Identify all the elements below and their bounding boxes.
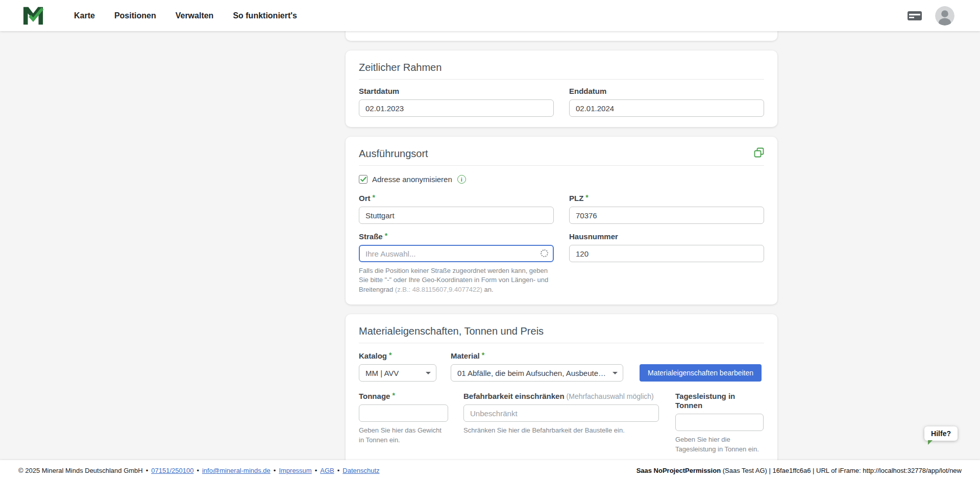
plz-field: PLZ* (569, 194, 764, 224)
card-material: Materialeigenschaften, Tonnen und Preis … (346, 314, 777, 481)
separator: • (315, 467, 317, 474)
anonymize-label: Adresse anonymisieren (372, 175, 452, 184)
ort-label: Ort* (359, 194, 554, 203)
copyright: © 2025 Mineral Minds Deutschland GmbH (18, 467, 143, 474)
footer-left: © 2025 Mineral Minds Deutschland GmbH • … (18, 467, 380, 474)
katalog-field: Katalog* MM | AVV (359, 351, 436, 382)
chevron-down-icon (612, 372, 618, 374)
ort-input[interactable] (359, 207, 554, 224)
strasse-hint: Falls die Position keiner Straße zugeord… (359, 266, 550, 294)
mineral-minds-logo[interactable] (22, 6, 44, 26)
material-select[interactable]: 01 Abfälle, die beim Aufsuchen, Ausbeute… (451, 364, 623, 382)
tonnage-field: Tonnage* Geben Sie hier das Gewicht in T… (359, 392, 448, 445)
material-label: Material* (451, 351, 623, 361)
card-zeitlicher-rahmen: Zeitlicher Rahmen Startdatum Enddatum (346, 50, 777, 127)
section-title-material: Materialeigenschaften, Tonnen und Preis (359, 325, 544, 337)
card-terminal-icon[interactable] (907, 10, 922, 22)
nav-item-positionen[interactable]: Positionen (112, 8, 158, 23)
startdatum-input[interactable] (359, 99, 554, 117)
tagesleistung-field: Tagesleistung in Tonnen Geben Sie hier d… (675, 392, 764, 454)
plz-input[interactable] (569, 207, 764, 224)
hausnummer-field: Hausnummer (569, 232, 764, 294)
separator: • (146, 467, 149, 474)
info-icon[interactable] (457, 175, 466, 184)
footer-session-info: Saas NoProjectPermission (Saas Test AG) … (636, 467, 962, 474)
strasse-field: Straße* Falls die Position keiner Straße… (359, 232, 554, 294)
strasse-label: Straße* (359, 232, 554, 241)
enddatum-field: Enddatum (569, 87, 764, 117)
nav-item-karte[interactable]: Karte (72, 8, 97, 23)
section-title-zeitlicher-rahmen: Zeitlicher Rahmen (359, 61, 442, 73)
plz-label: PLZ* (569, 194, 764, 203)
befahrbarkeit-label: Befahrbarkeit einschränken(Mehrfachauswa… (463, 392, 659, 401)
nav-right (907, 6, 980, 26)
hausnummer-input[interactable] (569, 245, 764, 262)
tonnage-input[interactable] (359, 404, 448, 422)
startdatum-field: Startdatum (359, 87, 554, 117)
katalog-select[interactable]: MM | AVV (359, 364, 436, 382)
materialeigenschaften-bearbeiten-button[interactable]: Materialeigenschaften bearbeiten (640, 364, 762, 382)
avatar[interactable] (935, 6, 954, 26)
befahrbarkeit-field: Befahrbarkeit einschränken(Mehrfachauswa… (463, 392, 659, 435)
strasse-input[interactable] (359, 245, 554, 262)
tagesleistung-hint: Geben Sie hier die Tagesleistung in Tonn… (675, 435, 764, 454)
footer-link-agb[interactable]: AGB (320, 467, 334, 474)
footer-link-phone[interactable]: 07151/250100 (151, 467, 193, 474)
section-title-ausfuehrungsort: Ausführungsort (359, 147, 428, 160)
required-marker: * (373, 193, 375, 201)
required-marker: * (482, 351, 484, 359)
session-name: Saas NoProjectPermission (636, 467, 721, 474)
footer-link-datenschutz[interactable]: Datenschutz (342, 467, 379, 474)
footer-link-impressum[interactable]: Impressum (279, 467, 311, 474)
tagesleistung-label: Tagesleistung in Tonnen (675, 392, 764, 410)
tonnage-hint: Geben Sie hier das Gewicht in Tonnen ein… (359, 426, 448, 445)
separator: • (197, 467, 199, 474)
separator: • (337, 467, 340, 474)
footer-link-email[interactable]: info@mineral-minds.de (202, 467, 271, 474)
footer: © 2025 Mineral Minds Deutschland GmbH • … (0, 460, 980, 481)
loading-spinner-icon (541, 249, 548, 257)
nav-item-so-funktionierts[interactable]: So funktioniert's (231, 8, 299, 23)
startdatum-label: Startdatum (359, 87, 554, 96)
enddatum-label: Enddatum (569, 87, 764, 96)
material-field: Material* 01 Abfälle, die beim Aufsuchen… (451, 351, 623, 382)
required-marker: * (392, 391, 395, 399)
required-marker: * (385, 232, 387, 240)
form-content: Zeitlicher Rahmen Startdatum Enddatum (346, 19, 777, 481)
nav-menu: Karte Positionen Verwalten So funktionie… (72, 8, 299, 23)
tonnage-label: Tonnage* (359, 392, 448, 401)
separator: • (274, 467, 276, 474)
nav-item-verwalten[interactable]: Verwalten (174, 8, 216, 23)
check-icon (360, 176, 366, 182)
required-marker: * (389, 351, 391, 359)
katalog-label: Katalog* (359, 351, 436, 361)
befahrbarkeit-hint: Schränken Sie hier die Befahrbarkeit der… (463, 426, 659, 435)
required-marker: * (585, 193, 588, 201)
top-navbar: Karte Positionen Verwalten So funktionie… (0, 0, 980, 31)
hausnummer-label: Hausnummer (569, 232, 764, 241)
card-ausfuehrungsort: Ausführungsort Adresse anonymisieren (346, 137, 777, 305)
anonymize-row: Adresse anonymisieren (359, 175, 764, 184)
help-button[interactable]: Hilfe? (924, 426, 958, 441)
session-details: (Saas Test AG) | 16fae1ffc6a6 | URL of i… (721, 467, 962, 474)
enddatum-input[interactable] (569, 99, 764, 117)
tagesleistung-input[interactable] (675, 414, 764, 431)
befahrbarkeit-input[interactable] (463, 404, 659, 422)
duplicate-icon[interactable] (754, 147, 764, 160)
anonymize-checkbox[interactable] (359, 175, 368, 184)
chevron-down-icon (426, 372, 431, 374)
ort-field: Ort* (359, 194, 554, 224)
